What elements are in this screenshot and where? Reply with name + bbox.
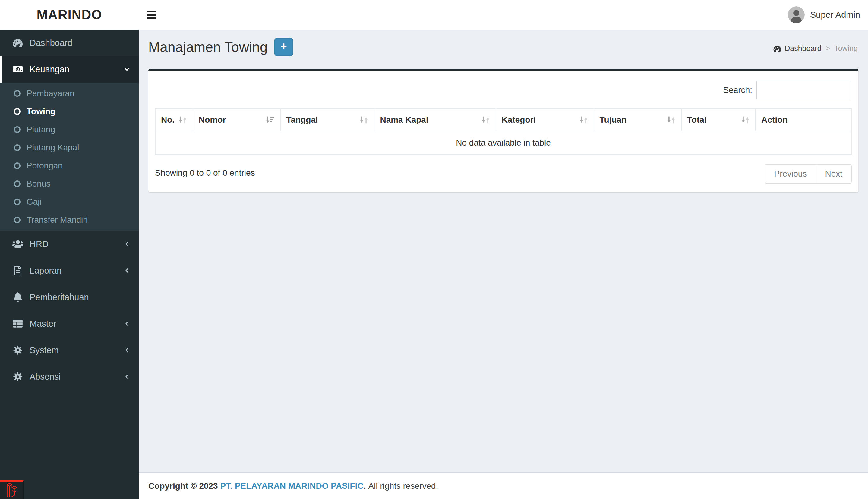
sidebar-item-label: Keuangan [29, 64, 69, 74]
sidebar-item-label: Dashboard [29, 38, 72, 48]
column-header-no[interactable]: No. [155, 109, 193, 131]
previous-button[interactable]: Previous [764, 164, 816, 184]
submenu-item-label: Bonus [26, 179, 50, 188]
content-wrapper: Super Admin Manajamen Towing + [139, 0, 868, 499]
submenu-item-label: Transfer Mandiri [26, 215, 88, 225]
page-title: Manajamen Towing [148, 39, 268, 55]
gauge-icon [9, 38, 26, 48]
main-content: Manajamen Towing + Dashboard [139, 29, 868, 473]
sidebar-item-label: Laporan [29, 266, 61, 276]
content-header: Manajamen Towing + Dashboard [148, 38, 858, 60]
column-header-kategori[interactable]: Kategori [496, 109, 594, 131]
circle-icon [14, 162, 21, 169]
submenu-item-label: Piutang Kapal [26, 143, 79, 153]
sort-both-icon [741, 115, 750, 124]
sidebar-submenu-keuangan: PembayaranTowingPiutangPiutang KapalPoto… [0, 83, 139, 231]
chevron-left-icon [123, 373, 131, 380]
sidebar-item-label: Master [29, 319, 56, 329]
add-button[interactable]: + [274, 38, 293, 56]
sidebar-item-label: System [29, 345, 59, 355]
sidebar: MARINDO DashboardKeuanganPembayaranTowin… [0, 0, 139, 499]
search-input[interactable] [757, 81, 851, 99]
sort-desc-icon [266, 115, 275, 124]
sidebar-item-absensi[interactable]: Absensi [0, 363, 139, 390]
sidebar-subitem-piutang-kapal[interactable]: Piutang Kapal [0, 138, 139, 157]
sidebar-subitem-pembayaran[interactable]: Pembayaran [0, 84, 139, 102]
sidebar-item-laporan[interactable]: Laporan [0, 257, 139, 284]
top-navbar: Super Admin [139, 0, 868, 29]
circle-icon [14, 198, 21, 205]
sidebar-item-system[interactable]: System [0, 337, 139, 363]
app-root: MARINDO DashboardKeuanganPembayaranTowin… [0, 0, 868, 499]
sidebar-item-master[interactable]: Master [0, 311, 139, 337]
sidebar-item-label: Absensi [29, 372, 61, 382]
sidebar-toggle-button[interactable] [139, 0, 165, 29]
sidebar-subitem-towing[interactable]: Towing [0, 102, 139, 121]
breadcrumb-current: Towing [834, 44, 858, 53]
company-link[interactable]: PT. PELAYARAN MARINDO PASIFIC [220, 481, 364, 491]
sort-both-icon [579, 115, 588, 124]
rights-text: All rights reserved. [369, 481, 438, 491]
column-header-nama-kapal[interactable]: Nama Kapal [374, 109, 496, 131]
circle-icon [14, 217, 21, 223]
chevron-down-icon [123, 65, 131, 73]
empty-message: No data available in table [155, 131, 852, 155]
column-header-nomor[interactable]: Nomor [193, 109, 280, 131]
sort-both-icon [359, 115, 369, 124]
chevron-left-icon [123, 240, 131, 248]
brand-text: MARINDO [36, 7, 102, 22]
column-header-tujuan[interactable]: Tujuan [594, 109, 682, 131]
sidebar-subitem-piutang[interactable]: Piutang [0, 121, 139, 138]
laravel-debugbar-button[interactable] [0, 480, 24, 499]
sidebar-item-label: Pemberitahuan [29, 292, 89, 302]
sidebar-menu: DashboardKeuanganPembayaranTowingPiutang… [0, 29, 139, 390]
circle-icon [14, 144, 21, 151]
search-row: Search: [155, 81, 851, 99]
sidebar-item-pemberitahuan[interactable]: Pemberitahuan [0, 284, 139, 311]
circle-icon [14, 181, 21, 187]
footer: Copyright © 2023 PT. PELAYARAN MARINDO P… [139, 473, 868, 499]
file-icon [9, 266, 26, 276]
submenu-item-label: Gaji [26, 197, 41, 207]
sidebar-item-keuangan[interactable]: Keuangan [0, 56, 139, 83]
column-header-action: Action [756, 109, 852, 131]
breadcrumb: Dashboard > Towing [773, 44, 858, 53]
breadcrumb-dashboard-link[interactable]: Dashboard [773, 44, 821, 53]
towing-panel: Search: No.NomorTanggalNama KapalKategor… [148, 69, 858, 192]
gear-icon [9, 345, 26, 355]
gauge-icon [773, 45, 782, 52]
submenu-item-label: Towing [26, 107, 56, 116]
circle-icon [14, 108, 21, 115]
sidebar-subitem-bonus[interactable]: Bonus [0, 175, 139, 193]
sidebar-subitem-potongan[interactable]: Potongan [0, 157, 139, 175]
table-row: No data available in table [155, 131, 852, 155]
avatar [788, 6, 805, 23]
user-menu[interactable]: Super Admin [788, 0, 860, 29]
sidebar-item-dashboard[interactable]: Dashboard [0, 29, 139, 56]
breadcrumb-separator: > [826, 44, 830, 53]
sort-both-icon [667, 115, 676, 124]
sidebar-item-hrd[interactable]: HRD [0, 231, 139, 257]
company-suffix: . [364, 481, 366, 491]
column-header-total[interactable]: Total [682, 109, 756, 131]
sidebar-item-label: HRD [29, 239, 49, 249]
next-button[interactable]: Next [816, 164, 852, 184]
circle-icon [14, 90, 21, 97]
submenu-item-label: Piutang [26, 125, 55, 134]
table-footer: Showing 0 to 0 of 0 entries Previous Nex… [155, 164, 852, 184]
submenu-item-label: Potongan [26, 161, 63, 171]
column-header-tanggal[interactable]: Tanggal [280, 109, 374, 131]
gear-icon [9, 372, 26, 381]
table-icon [9, 319, 26, 328]
sidebar-subitem-gaji[interactable]: Gaji [0, 193, 139, 211]
copyright-text: Copyright © 2023 [148, 481, 218, 491]
sidebar-subitem-transfer-mandiri[interactable]: Transfer Mandiri [0, 211, 139, 229]
money-bill-icon [9, 64, 26, 74]
users-icon [9, 239, 26, 249]
user-name: Super Admin [810, 10, 860, 20]
sort-both-icon [178, 115, 187, 124]
sort-both-icon [481, 115, 490, 124]
pagination: Previous Next [764, 164, 852, 184]
bell-icon [9, 292, 26, 302]
brand-logo[interactable]: MARINDO [0, 0, 139, 29]
